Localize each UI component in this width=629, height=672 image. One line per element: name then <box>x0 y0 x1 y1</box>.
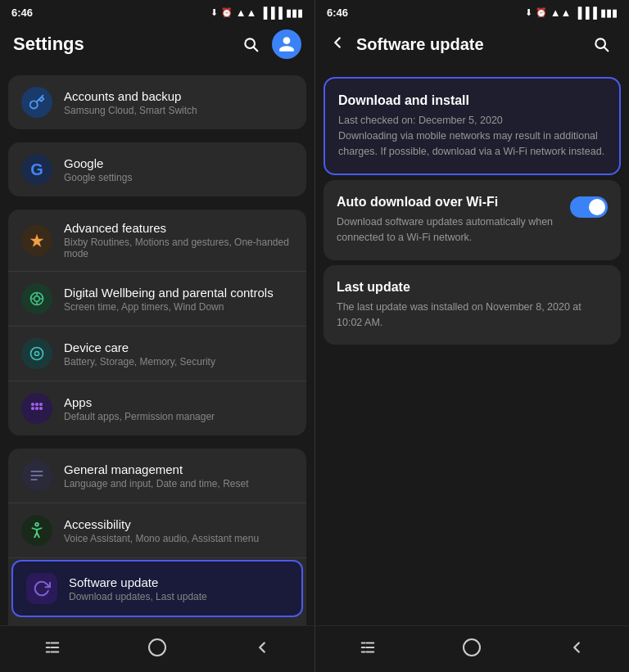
settings-item-advanced-features[interactable]: Advanced features Bixby Routines, Motion… <box>8 210 306 272</box>
advanced-icon <box>21 225 52 256</box>
digital-wellbeing-subtitle: Screen time, App timers, Wind Down <box>64 301 293 313</box>
apps-title: Apps <box>64 395 293 409</box>
accessibility-title: Accessibility <box>64 517 293 531</box>
accessibility-icon <box>21 515 52 546</box>
right-wifi-icon: ▲▲ <box>550 7 572 19</box>
right-signal-icon: ▐▐▐ <box>574 7 597 19</box>
settings-item-google[interactable]: G Google Google settings <box>8 142 306 196</box>
accessibility-text: Accessibility Voice Assistant, Mono audi… <box>64 517 293 544</box>
apps-subtitle: Default apps, Permission manager <box>64 411 293 422</box>
software-update-subtitle: Download updates, Last update <box>69 591 288 602</box>
settings-item-software-update[interactable]: Software update Download updates, Last u… <box>11 560 303 617</box>
advanced-title: Advanced features <box>64 221 293 235</box>
last-update-card[interactable]: Last update The last update was installe… <box>324 265 621 345</box>
settings-group-4: General management Language and input, D… <box>8 449 306 625</box>
settings-item-tips[interactable]: Tips and user manual What's new, Smart i… <box>8 619 306 625</box>
apps-text: Apps Default apps, Permission manager <box>64 395 293 422</box>
settings-item-device-care[interactable]: Device care Battery, Storage, Memory, Se… <box>8 327 306 381</box>
battery-icon: ▮▮▮ <box>286 7 303 19</box>
settings-item-accounts-backup[interactable]: Accounts and backup Samsung Cloud, Smart… <box>8 75 306 129</box>
device-care-title: Device care <box>64 341 293 354</box>
device-care-icon <box>21 338 52 369</box>
svg-line-1 <box>254 47 258 52</box>
left-top-bar: Settings <box>0 23 314 67</box>
device-care-text: Device care Battery, Storage, Memory, Se… <box>64 341 293 368</box>
svg-point-3 <box>34 296 40 302</box>
device-care-subtitle: Battery, Storage, Memory, Security <box>64 356 293 368</box>
right-recent-apps-button[interactable] <box>343 634 392 661</box>
left-nav-bar <box>0 625 314 672</box>
back-button[interactable] <box>238 634 287 661</box>
advanced-text: Advanced features Bixby Routines, Motion… <box>64 221 293 259</box>
digital-wellbeing-icon <box>21 283 52 314</box>
profile-avatar[interactable] <box>272 29 301 59</box>
svg-point-8 <box>31 348 43 360</box>
right-back-button[interactable] <box>552 634 601 661</box>
svg-point-14 <box>35 407 38 410</box>
settings-group-3: Advanced features Bixby Routines, Motion… <box>8 210 306 435</box>
left-status-icons: ⬇ ⏰ ▲▲ ▐▐▐ ▮▮▮ <box>210 7 303 19</box>
software-update-text: Software update Download updates, Last u… <box>69 575 288 602</box>
right-search-button[interactable] <box>586 29 616 59</box>
svg-point-30 <box>149 639 165 656</box>
right-battery-icon: ▮▮▮ <box>600 7 618 19</box>
svg-point-19 <box>35 523 38 526</box>
download-install-title: Download and install <box>338 93 606 108</box>
auto-download-title: Auto download over Wi-Fi <box>337 195 560 210</box>
right-content: Download and install Last checked on: De… <box>315 67 629 625</box>
left-panel: 6:46 ⬇ ⏰ ▲▲ ▐▐▐ ▮▮▮ Settings <box>0 0 314 672</box>
digital-wellbeing-title: Digital Wellbeing and parental controls <box>64 286 293 300</box>
svg-point-10 <box>31 403 34 406</box>
recent-apps-button[interactable] <box>28 634 77 661</box>
google-icon: G <box>21 154 52 185</box>
search-button[interactable] <box>236 29 265 59</box>
settings-item-apps[interactable]: Apps Default apps, Permission manager <box>8 381 306 435</box>
auto-download-card[interactable]: Auto download over Wi-Fi Download softwa… <box>324 180 621 260</box>
settings-item-general-management[interactable]: General management Language and input, D… <box>8 449 306 503</box>
download-install-card[interactable]: Download and install Last checked on: De… <box>324 77 621 175</box>
software-update-icon <box>26 573 57 604</box>
right-top-bar: Software update <box>315 23 629 67</box>
auto-download-toggle[interactable] <box>570 196 608 218</box>
accessibility-subtitle: Voice Assistant, Mono audio, Assistant m… <box>64 533 293 544</box>
home-button[interactable] <box>133 634 182 661</box>
general-management-text: General management Language and input, D… <box>64 462 293 489</box>
wifi-icon: ▲▲ <box>236 7 257 19</box>
back-nav-button[interactable] <box>328 34 346 55</box>
google-subtitle: Google settings <box>64 172 293 183</box>
settings-group-1: Accounts and backup Samsung Cloud, Smart… <box>8 75 306 129</box>
accounts-subtitle: Samsung Cloud, Smart Switch <box>64 105 293 116</box>
software-update-title: Software update <box>69 575 288 589</box>
google-title: Google <box>64 156 293 170</box>
last-update-desc: The last update was installed on Novembe… <box>337 300 608 331</box>
settings-list: Accounts and backup Samsung Cloud, Smart… <box>0 67 314 625</box>
right-download-icon: ⬇ <box>525 7 532 18</box>
svg-point-9 <box>35 352 39 356</box>
left-page-title: Settings <box>13 34 236 55</box>
digital-wellbeing-text: Digital Wellbeing and parental controls … <box>64 286 293 313</box>
left-time: 6:46 <box>11 7 33 19</box>
right-alarm-icon: ⏰ <box>536 7 547 18</box>
right-home-button[interactable] <box>447 634 496 661</box>
alarm-icon: ⏰ <box>221 7 233 18</box>
right-nav-bar <box>315 625 629 672</box>
settings-item-digital-wellbeing[interactable]: Digital Wellbeing and parental controls … <box>8 272 306 327</box>
download-install-desc: Last checked on: December 5, 2020Downloa… <box>338 113 606 159</box>
auto-download-desc: Download software updates automatically … <box>337 214 560 246</box>
general-management-subtitle: Language and input, Date and time, Reset <box>64 478 293 489</box>
svg-line-32 <box>604 47 609 52</box>
settings-group-2: G Google Google settings <box>8 142 306 196</box>
settings-item-accessibility[interactable]: Accessibility Voice Assistant, Mono audi… <box>8 503 306 558</box>
right-page-title: Software update <box>356 35 586 54</box>
general-management-title: General management <box>64 462 293 476</box>
accounts-title: Accounts and backup <box>64 89 293 103</box>
signal-icon: ▐▐▐ <box>260 7 283 19</box>
svg-point-15 <box>39 407 43 410</box>
advanced-subtitle: Bixby Routines, Motions and gestures, On… <box>64 237 293 259</box>
left-status-bar: 6:46 ⬇ ⏰ ▲▲ ▐▐▐ ▮▮▮ <box>0 0 314 23</box>
google-text: Google Google settings <box>64 156 293 183</box>
svg-point-39 <box>464 639 480 656</box>
last-update-title: Last update <box>337 280 608 295</box>
svg-point-11 <box>35 403 38 406</box>
svg-point-12 <box>39 403 43 406</box>
